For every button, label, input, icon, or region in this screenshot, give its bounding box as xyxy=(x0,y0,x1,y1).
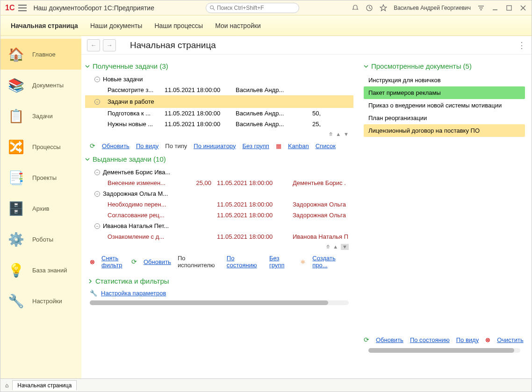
sidebar-item[interactable]: 📋Задачи xyxy=(0,100,81,131)
issued-task-row[interactable]: Необходимо перен...11.05.2021 18:00:00За… xyxy=(85,199,353,210)
sidebar-icon: 📑 xyxy=(8,170,24,185)
doc-item[interactable]: Приказ о внедрении новой системы мотивац… xyxy=(364,99,525,112)
sidebar-icon: 🔀 xyxy=(8,139,24,155)
issued-task-row[interactable]: Согласование рец...11.05.2021 18:00:00За… xyxy=(85,210,353,221)
maximize-icon[interactable] xyxy=(505,4,513,12)
sidebar-item[interactable]: 📚Документы xyxy=(0,70,81,100)
scroll-up-icon[interactable]: ▲ xyxy=(336,131,341,137)
collapse-icon[interactable]: − xyxy=(94,99,100,105)
task-user: Задорожная Ольга xyxy=(293,212,352,219)
footerbar: ⌂ Начальная страница xyxy=(0,378,532,392)
task-group[interactable]: −Задачи в работе xyxy=(85,95,353,108)
refresh-link-2[interactable]: Обновить xyxy=(144,258,171,265)
scroll-down-icon[interactable]: ▼ xyxy=(341,244,349,250)
left-scrollbar[interactable] xyxy=(90,300,349,305)
task-group[interactable]: −Иванова Наталья Пет... xyxy=(85,221,353,231)
viewed-docs-title: Просмотренные документы (5) xyxy=(371,62,472,70)
menu-item[interactable]: Наши процессы xyxy=(154,22,203,29)
collapse-icon[interactable]: − xyxy=(94,191,100,197)
issued-task-row[interactable]: Внесение изменен...25,0011.05.2021 18:00… xyxy=(85,178,353,188)
nogroup-link-2[interactable]: Без групп xyxy=(269,255,294,269)
menu-item[interactable]: Начальная страница xyxy=(11,22,78,29)
username[interactable]: Васильев Андрей Георгиевич xyxy=(394,5,471,11)
search-icon xyxy=(210,5,215,11)
task-title: Внесение изменен... xyxy=(108,179,182,186)
byexec-label[interactable]: По исполнителю xyxy=(178,255,220,269)
task-group[interactable]: −Дементьев Борис Ива... xyxy=(85,167,353,178)
group-name: Новые задачи xyxy=(103,76,143,83)
refresh-icon[interactable]: ⟳ xyxy=(131,258,137,265)
doc-item[interactable]: План реорганизации xyxy=(364,112,525,124)
sidebar-item[interactable]: 🔀Процессы xyxy=(0,131,81,162)
nav-back-button[interactable]: ← xyxy=(87,39,100,51)
task-row[interactable]: Подготовка к ...11.05.2021 18:00:00Васил… xyxy=(85,108,353,119)
collapse-icon[interactable]: − xyxy=(94,170,100,175)
sidebar-icon: 🗄️ xyxy=(8,200,24,216)
doc-item[interactable]: Пакет примеров рекламы xyxy=(364,86,525,99)
bystate-link-2[interactable]: По состоянию xyxy=(410,336,450,343)
refresh-icon[interactable]: ⟳ xyxy=(364,336,369,343)
menu-item[interactable]: Наши документы xyxy=(90,22,143,29)
menu-item[interactable]: Мои настройки xyxy=(215,22,261,29)
collapse-icon[interactable]: − xyxy=(94,77,100,82)
window-title: Наш документооборот 1С:Предприятие xyxy=(33,4,154,12)
search-box[interactable] xyxy=(206,3,299,13)
task-row[interactable]: Рассмотрите з...11.05.2021 18:00:00Васил… xyxy=(85,85,353,95)
task-title: Ознакомление с д... xyxy=(108,233,182,240)
issued-task-row[interactable]: Ознакомление с д...11.05.2021 18:00:00Ив… xyxy=(85,231,353,242)
doc-item[interactable]: Инструкция для новичков xyxy=(364,74,525,86)
scroll-down-icon[interactable]: ▼ xyxy=(344,131,349,137)
stats-header[interactable]: Статистика и фильтры xyxy=(88,277,353,285)
nogroup-link[interactable]: Без групп xyxy=(242,143,269,150)
viewed-docs-header[interactable]: Просмотренные документы (5) xyxy=(364,62,525,70)
byview-link-2[interactable]: По виду xyxy=(456,336,479,343)
scroll-top-icon[interactable]: ⤊ xyxy=(326,244,330,250)
bystate-link[interactable]: По состоянию xyxy=(227,255,263,269)
more-icon[interactable]: ⋮ xyxy=(518,40,526,50)
bell-icon[interactable] xyxy=(352,4,359,12)
sidebar-item[interactable]: 🔧Настройки xyxy=(0,285,81,316)
sidebar-item[interactable]: 🏠Главное xyxy=(0,39,81,70)
received-tasks-header[interactable]: Полученные задачи (3) xyxy=(85,62,353,70)
refresh-link[interactable]: Обновить xyxy=(102,143,129,150)
task-group[interactable]: −Задорожная Ольга М... xyxy=(85,188,353,199)
task-row[interactable]: Нужны новые ...11.05.2021 18:00:00Василь… xyxy=(85,119,353,129)
right-scrollbar[interactable] xyxy=(368,348,520,353)
clear-link[interactable]: Очистить xyxy=(497,336,524,343)
create-link[interactable]: Создать про... xyxy=(312,255,349,269)
sidebar-label: Задачи xyxy=(32,113,53,120)
nav-forward-button[interactable]: → xyxy=(103,39,116,51)
sidebar-item[interactable]: 💡База знаний xyxy=(0,255,81,285)
star-icon[interactable] xyxy=(380,4,387,12)
menu-icon[interactable] xyxy=(18,5,27,11)
byview-link[interactable]: По виду xyxy=(136,143,158,150)
task-user: Задорожная Ольга xyxy=(293,201,352,208)
home-icon[interactable]: ⌂ xyxy=(5,382,8,389)
clear-icon[interactable]: ⊗ xyxy=(485,336,490,343)
scroll-up-icon[interactable]: ▲ xyxy=(333,244,338,250)
close-icon[interactable] xyxy=(519,4,527,12)
filter-icon[interactable] xyxy=(477,4,485,12)
sidebar-item[interactable]: 📑Проекты xyxy=(0,162,81,193)
list-link[interactable]: Список xyxy=(316,143,336,150)
doc-item[interactable]: Лицензионный договор на поставку ПО xyxy=(364,124,525,137)
kanban-link[interactable]: Kanban xyxy=(288,143,309,150)
history-icon[interactable] xyxy=(366,4,373,12)
footer-tab[interactable]: Начальная страница xyxy=(12,380,77,390)
refresh-link-3[interactable]: Обновить xyxy=(376,336,403,343)
bytype-label[interactable]: По типу xyxy=(165,143,187,150)
sidebar-item[interactable]: ⚙️Роботы xyxy=(0,224,81,255)
scroll-top-icon[interactable]: ⤊ xyxy=(329,131,333,137)
clear-filter-icon[interactable]: ⊗ xyxy=(90,258,95,265)
chevron-down-icon xyxy=(85,157,90,162)
refresh-icon[interactable]: ⟳ xyxy=(90,142,95,150)
task-group[interactable]: −Новые задачи xyxy=(85,74,353,85)
search-input[interactable] xyxy=(217,5,295,11)
sidebar-item[interactable]: 🗄️Архив xyxy=(0,193,81,224)
collapse-icon[interactable]: − xyxy=(94,223,100,229)
minimize-icon[interactable] xyxy=(491,4,499,12)
byinit-link[interactable]: По инициатору xyxy=(194,143,236,150)
issued-tasks-header[interactable]: Выданные задачи (10) xyxy=(85,155,353,163)
params-link[interactable]: Настройка параметров xyxy=(101,290,166,297)
clear-filter-link[interactable]: Снять фильтр xyxy=(101,255,125,269)
